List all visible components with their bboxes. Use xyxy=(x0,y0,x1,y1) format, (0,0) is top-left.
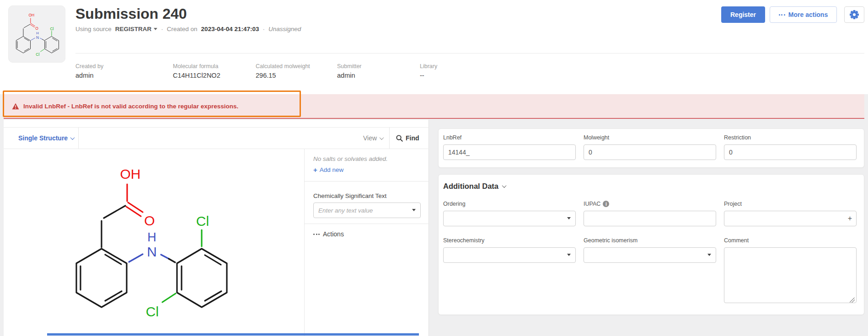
more-actions-button[interactable]: More actions xyxy=(770,6,837,23)
comment-textarea[interactable] xyxy=(724,247,857,303)
cst-combobox xyxy=(313,203,421,218)
stereochemistry-label: Stereochemistry xyxy=(443,237,576,244)
structure-thumbnail-drawing xyxy=(14,12,61,57)
meta-molecular-formula: Molecular formula C14H11Cl2NO2 xyxy=(173,63,220,79)
search-icon xyxy=(396,135,403,142)
lnbref-field: LnbRef xyxy=(443,134,576,160)
created-on-value: 2023-04-04 21:47:03 xyxy=(201,26,259,32)
caret-down-icon xyxy=(154,28,157,30)
geometric-isomerism-select[interactable] xyxy=(584,247,716,263)
meta-created-by: Created by admin xyxy=(75,63,103,79)
dropdown-caret-icon[interactable] xyxy=(412,209,416,211)
project-label: Project xyxy=(724,201,857,207)
geometric-isomerism-field: Geometric isomerism xyxy=(584,237,716,305)
molweight-field: Molweight xyxy=(584,134,716,160)
plus-icon: + xyxy=(313,166,317,173)
structure-canvas[interactable] xyxy=(46,133,302,336)
dropdown-caret-icon[interactable] xyxy=(567,217,571,219)
meta-label: Created by xyxy=(75,63,103,69)
geometric-isomerism-label: Geometric isomerism xyxy=(584,237,716,244)
meta-value: admin xyxy=(75,72,103,79)
find-button[interactable]: Find xyxy=(396,128,419,149)
add-new-label: Add new xyxy=(320,166,344,173)
register-button[interactable]: Register xyxy=(721,6,765,23)
created-on-label: Created on xyxy=(167,26,198,32)
iupac-label: IUPAC xyxy=(584,201,600,207)
meta-label: Library xyxy=(420,63,437,69)
actions-label: Actions xyxy=(323,230,344,238)
ellipsis-icon xyxy=(313,234,320,235)
submission-subtitle: Using source REGISTRAR · Created on 2023… xyxy=(75,26,301,32)
chevron-down-icon xyxy=(502,183,507,188)
separator-dot: · xyxy=(161,26,163,32)
additional-data-card: Additional Data Ordering IUPAC i xyxy=(438,174,864,315)
meta-library: Library -- xyxy=(420,63,437,79)
meta-label: Molecular formula xyxy=(173,63,220,69)
actions-button[interactable]: Actions xyxy=(313,230,344,238)
project-input[interactable] xyxy=(724,211,857,226)
compound-registration-page: Submission 240 Using source REGISTRAR · … xyxy=(0,0,868,336)
error-message: Invalid LnbRef - LnbRef is not valid acc… xyxy=(23,103,238,110)
header-divider xyxy=(75,53,864,53)
salts-empty-text: No salts or solvates added. xyxy=(313,155,388,162)
validation-error-banner: Invalid LnbRef - LnbRef is not valid acc… xyxy=(4,94,864,119)
toolbar-divider xyxy=(389,128,390,149)
dropdown-caret-icon[interactable] xyxy=(567,254,571,256)
assignment-status: Unassigned xyxy=(268,26,301,32)
section-divider xyxy=(304,181,429,181)
resize-handle-icon[interactable] xyxy=(850,298,855,303)
additional-data-toggle[interactable]: Additional Data xyxy=(443,182,857,191)
page-header: Submission 240 Using source REGISTRAR · … xyxy=(0,0,868,94)
additional-data-title: Additional Data xyxy=(443,182,498,191)
cst-input[interactable] xyxy=(313,203,421,218)
meta-value: -- xyxy=(420,72,437,79)
add-project-icon[interactable]: + xyxy=(848,214,852,223)
warning-icon xyxy=(12,103,19,110)
meta-value: C14H11Cl2NO2 xyxy=(173,72,220,79)
restriction-input[interactable] xyxy=(724,144,857,160)
meta-value: 296.15 xyxy=(256,72,310,79)
lnbref-input[interactable] xyxy=(443,144,576,160)
molweight-input[interactable] xyxy=(584,144,716,160)
dropdown-caret-icon[interactable] xyxy=(707,254,711,256)
ordering-label: Ordering xyxy=(443,201,576,207)
restriction-label: Restriction xyxy=(724,134,857,141)
view-label: View xyxy=(363,134,377,142)
section-divider xyxy=(304,224,429,224)
meta-label: Submitter xyxy=(337,63,362,69)
comment-field: Comment xyxy=(724,237,857,305)
settings-button[interactable] xyxy=(844,6,864,23)
page-title: Submission 240 xyxy=(75,5,187,22)
meta-submitter: Submitter admin xyxy=(337,63,362,79)
separator-dot: · xyxy=(263,26,265,32)
source-value: REGISTRAR xyxy=(115,26,152,32)
iupac-input[interactable] xyxy=(584,211,716,226)
find-label: Find xyxy=(406,134,419,142)
stereochemistry-field: Stereochemistry xyxy=(443,237,576,305)
structure-thumbnail[interactable] xyxy=(8,5,65,63)
panel-bottom-scrollbar[interactable] xyxy=(47,333,419,336)
project-field: Project + xyxy=(724,201,857,226)
view-dropdown[interactable]: View xyxy=(363,128,383,149)
info-icon[interactable]: i xyxy=(603,201,609,207)
meta-value: admin xyxy=(337,72,362,79)
add-new-salt-button[interactable]: + Add new xyxy=(313,166,343,173)
restriction-field: Restriction xyxy=(724,134,857,160)
identity-fields-card: LnbRef Molweight Restriction xyxy=(438,128,864,168)
source-dropdown[interactable]: REGISTRAR xyxy=(115,26,158,32)
gear-icon xyxy=(849,10,859,20)
ordering-select[interactable] xyxy=(443,211,576,226)
stereochemistry-select[interactable] xyxy=(443,247,576,263)
meta-calculated-molweight: Calculated molweight 296.15 xyxy=(256,63,310,79)
ellipsis-icon xyxy=(779,14,785,16)
ordering-field: Ordering xyxy=(443,201,576,226)
structure-panel: Single Structure View Find xyxy=(4,120,429,336)
iupac-field: IUPAC i xyxy=(584,201,716,226)
panel-column-divider xyxy=(304,149,305,336)
chevron-down-icon xyxy=(380,135,384,140)
using-source-label: Using source xyxy=(75,26,112,32)
comment-label: Comment xyxy=(724,237,857,244)
molweight-label: Molweight xyxy=(584,134,716,141)
more-actions-label: More actions xyxy=(788,11,828,18)
cst-label: Chemically Significant Text xyxy=(313,192,386,199)
